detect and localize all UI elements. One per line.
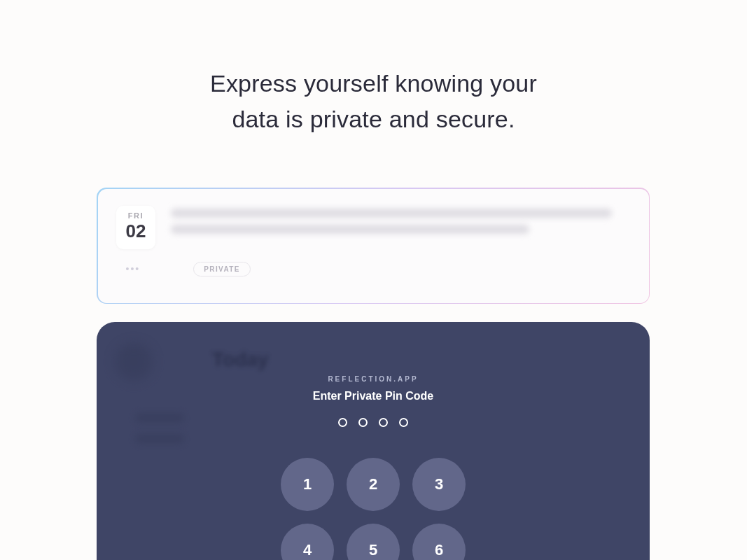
keypad-5[interactable]: 5 bbox=[347, 524, 400, 560]
app-label: REFLECTION.APP bbox=[328, 375, 418, 383]
headline: Express yourself knowing your data is pr… bbox=[0, 0, 747, 137]
pin-dot bbox=[379, 418, 388, 427]
pin-lock-screen: Today REFLECTION.APP Enter Private Pin C… bbox=[97, 322, 650, 560]
private-entry-card[interactable]: FRI 02 ••• PRIVATE bbox=[97, 188, 650, 304]
keypad-3[interactable]: 3 bbox=[412, 458, 466, 511]
blurred-entry-text bbox=[171, 206, 630, 249]
pin-dot bbox=[358, 418, 368, 427]
more-icon[interactable]: ••• bbox=[116, 263, 141, 274]
pin-indicator bbox=[338, 418, 408, 427]
headline-line-2: data is private and secure. bbox=[0, 102, 747, 137]
keypad-6[interactable]: 6 bbox=[412, 524, 466, 560]
pin-prompt: Enter Private Pin Code bbox=[313, 390, 434, 402]
private-badge: PRIVATE bbox=[193, 262, 251, 276]
entry-day-number: 02 bbox=[126, 220, 146, 242]
keypad-2[interactable]: 2 bbox=[347, 458, 400, 511]
pin-keypad: 1 2 3 4 5 6 bbox=[281, 458, 466, 560]
pin-dot bbox=[338, 418, 347, 427]
headline-line-1: Express yourself knowing your bbox=[0, 66, 747, 102]
pin-dot bbox=[399, 418, 408, 427]
keypad-4[interactable]: 4 bbox=[281, 524, 334, 560]
entry-date: FRI 02 bbox=[116, 206, 156, 249]
entry-day-abbrev: FRI bbox=[126, 211, 146, 220]
keypad-1[interactable]: 1 bbox=[281, 458, 334, 511]
